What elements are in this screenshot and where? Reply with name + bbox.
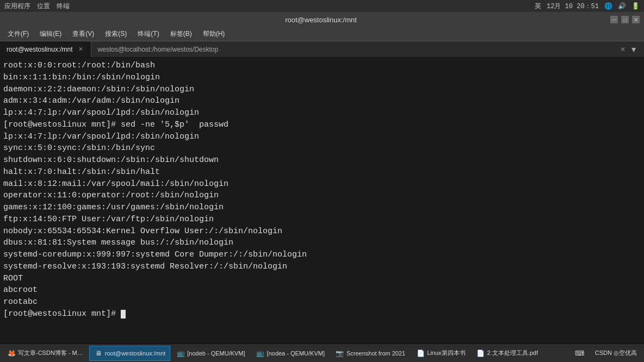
tab-close-westos[interactable]: ✕ [620,46,626,53]
system-bar-left: 应用程序 位置 终端 [4,2,70,11]
taskbar: 🦊 写文章-CSDN博客 - M… 🖥 root@westoslinux:/mn… [0,344,644,362]
terminal-output[interactable]: root:x:0:0:root:/root:/bin/bash bin:x:1:… [0,58,644,344]
taskbar-pdf-label: 2.文本处理工具.pdf [487,349,538,357]
menu-terminal[interactable]: 终端 [57,2,70,11]
system-bar: 应用程序 位置 终端 英 12月 10 20：51 🌐 🔊 🔋 [0,0,644,12]
taskbar-book-label: Linux第四本书 [427,349,465,357]
browser-icon: 🦊 [7,349,16,358]
menu-apps[interactable]: 应用程序 [4,2,30,11]
taskbar-keyboard[interactable]: ⌨ [571,346,589,361]
tab-close-root-mnt[interactable]: ✕ [77,46,84,53]
battery-icon: 🔋 [631,2,640,10]
taskbar-nodeb[interactable]: 📺 [nodeb - QEMU/KVM] [171,346,250,361]
menu-view[interactable]: 查看(V) [68,28,98,40]
language-indicator[interactable]: 英 [535,2,541,11]
menu-search[interactable]: 搜索(S) [101,28,131,40]
close-button[interactable]: ✕ [632,16,640,23]
tab-bar: root@westoslinux:/mnt ✕ westos@localhost… [0,41,644,58]
terminal-cursor [121,310,126,319]
terminal-icon: 🖥 [94,349,103,358]
tab-label-root-mnt: root@westoslinux:/mnt [7,46,73,53]
menu-file[interactable]: 文件(F) [3,28,33,40]
menu-position[interactable]: 位置 [37,2,50,11]
taskbar-nodeb-label: [nodeb - QEMU/KVM] [187,350,245,357]
taskbar-screenshot-label: Screenshot from 2021 [346,350,405,357]
screenshot-icon: 📷 [336,349,344,358]
tab-menu-icon[interactable]: ▼ [630,45,637,54]
pdf-icon: 📄 [476,349,485,358]
network-icon: 🌐 [604,2,612,10]
tab-label-westos-desktop[interactable]: westos@localhost:/home/westos/Desktop [98,46,219,53]
taskbar-csdn-label: CSDN ◎空优高 [595,349,637,357]
vm-icon-nodeb: 📺 [176,349,185,358]
system-bar-right: 英 12月 10 20：51 🌐 🔊 🔋 [535,2,640,11]
taskbar-terminal-label: root@westoslinux:/mnt [105,350,165,357]
keyboard-icon: ⌨ [575,349,584,358]
book-icon: 📄 [416,349,425,358]
menu-help[interactable]: 帮助(H) [199,28,230,40]
window-title: root@westoslinux:/mnt [32,16,610,24]
taskbar-book[interactable]: 📄 Linux第四本书 [411,346,470,361]
menu-tabs[interactable]: 标签(B) [166,28,196,40]
taskbar-screenshot[interactable]: 📷 Screenshot from 2021 [331,346,410,361]
volume-icon: 🔊 [618,2,626,10]
taskbar-nodea[interactable]: 📺 [nodea - QEMU/KVM] [251,346,330,361]
maximize-button[interactable]: □ [621,16,629,23]
taskbar-pdf[interactable]: 📄 2.文本处理工具.pdf [472,346,543,361]
datetime: 12月 10 20：51 [547,2,599,11]
window-controls: ─ □ ✕ [610,16,640,23]
taskbar-browser-label: 写文章-CSDN博客 - M… [18,349,83,357]
tab-root-mnt[interactable]: root@westoslinux:/mnt ✕ [0,41,91,57]
taskbar-nodea-label: [nodea - QEMU/KVM] [267,350,325,357]
tab-bar-right: westos@localhost:/home/westos/Desktop ✕ … [91,41,644,57]
title-bar: root@westoslinux:/mnt ─ □ ✕ [0,12,644,27]
taskbar-csdn[interactable]: CSDN ◎空优高 [590,346,642,361]
tab-right-actions: ✕ ▼ [620,45,637,54]
menu-terminal[interactable]: 终端(T) [133,28,163,40]
taskbar-terminal[interactable]: 🖥 root@westoslinux:/mnt [89,346,170,361]
minimize-button[interactable]: ─ [610,16,618,23]
vm-icon-nodea: 📺 [256,349,265,358]
menu-bar: 文件(F) 编辑(E) 查看(V) 搜索(S) 终端(T) 标签(B) 帮助(H… [0,27,644,41]
menu-edit[interactable]: 编辑(E) [35,28,66,40]
taskbar-browser[interactable]: 🦊 写文章-CSDN博客 - M… [2,346,88,361]
